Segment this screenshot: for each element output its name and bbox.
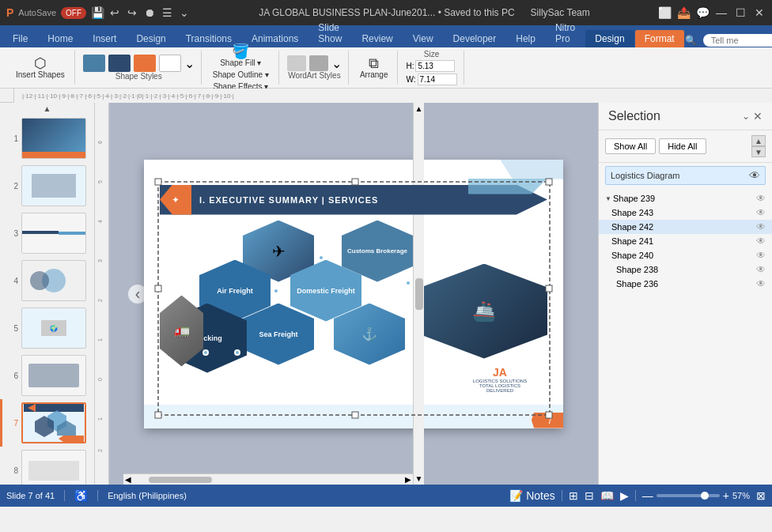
move-up-btn[interactable]: ▲ <box>751 135 766 146</box>
slide-thumb-1[interactable]: 1 <box>0 115 94 162</box>
normal-view-btn[interactable]: ⊞ <box>569 489 578 502</box>
panel-collapse-icon[interactable]: ⌄ <box>742 111 750 122</box>
autosave-toggle[interactable]: OFF <box>61 7 86 19</box>
tab-review[interactable]: Review <box>352 30 402 47</box>
list-item-shape239[interactable]: ▼ Shape 239 👁 <box>599 191 772 206</box>
move-down-btn[interactable]: ▼ <box>751 146 766 157</box>
insert-shapes-btn[interactable]: ⬡ Insert Shapes <box>13 55 68 81</box>
panel-close-btn[interactable]: ✕ <box>753 110 763 123</box>
tab-file[interactable]: File <box>3 30 37 47</box>
visibility-shape238[interactable]: 👁 <box>756 264 766 275</box>
visibility-shape239[interactable]: 👁 <box>756 193 766 204</box>
slide-thumb-2[interactable]: 2 <box>0 162 94 209</box>
fit-slide-btn[interactable]: ⊠ <box>756 489 766 502</box>
undo-icon[interactable]: ↩ <box>108 6 121 19</box>
menu-icon[interactable]: ☰ <box>161 6 173 19</box>
slideshow-btn[interactable]: ▶ <box>620 489 629 502</box>
eye-icon[interactable]: 👁 <box>749 169 760 182</box>
maximize-icon[interactable]: ☐ <box>734 6 747 19</box>
name-box-input[interactable] <box>611 171 749 180</box>
slide-thumb-4[interactable]: 4 <box>0 257 94 304</box>
save-icon[interactable]: 💾 <box>91 6 104 19</box>
tab-nitropro[interactable]: Nitro Pro <box>546 19 585 47</box>
tab-developer[interactable]: Developer <box>444 30 506 47</box>
zoom-in-btn[interactable]: + <box>723 489 729 502</box>
tab-slideshow[interactable]: Slide Show <box>308 19 351 47</box>
tab-help[interactable]: Help <box>506 30 545 47</box>
slide-img-5[interactable]: 🌍 <box>21 308 86 349</box>
shape-styles-expand-icon[interactable]: ⌄ <box>184 56 195 71</box>
scrollbar-v[interactable]: ▲ ▼ <box>413 103 424 485</box>
slide-img-3[interactable] <box>21 213 86 254</box>
slide-thumb-6[interactable]: 6 <box>0 352 94 399</box>
zoom-slider[interactable] <box>657 494 720 497</box>
tab-format[interactable]: Format <box>635 30 684 47</box>
slide-img-7[interactable] <box>21 402 86 443</box>
list-item-shape240[interactable]: Shape 240 👁 <box>599 248 772 262</box>
slide-img-2[interactable] <box>21 165 86 206</box>
zoom-out-btn[interactable]: — <box>642 489 653 502</box>
close-icon[interactable]: ✕ <box>753 6 766 19</box>
shape-fill-btn[interactable]: 🪣 Shape Fill ▾ <box>217 43 264 69</box>
scroll-up-btn[interactable]: ▲ <box>0 103 94 115</box>
height-input[interactable] <box>415 60 455 72</box>
share-icon[interactable]: 📤 <box>677 6 690 19</box>
accessibility-icon[interactable]: ♿ <box>74 489 88 502</box>
restore-icon[interactable]: ⬜ <box>658 6 671 19</box>
expand-icon[interactable]: ⌄ <box>178 6 191 19</box>
visibility-shape236[interactable]: 👁 <box>756 278 766 289</box>
scroll-h-right[interactable]: ▶ <box>403 474 413 485</box>
comment-icon[interactable]: 💬 <box>696 6 709 19</box>
panel-title: Selection <box>608 109 660 123</box>
slide-img-6[interactable] <box>21 355 86 396</box>
shape-style-2[interactable] <box>108 55 131 72</box>
slide-img-1[interactable] <box>21 118 86 159</box>
slide-thumb-3[interactable]: 3 <box>0 209 94 257</box>
scroll-v-up[interactable]: ▲ <box>414 103 425 115</box>
tab-view[interactable]: View <box>403 30 443 47</box>
slide-thumb-5[interactable]: 5 🌍 <box>0 304 94 352</box>
scroll-v-down[interactable]: ▼ <box>414 473 425 485</box>
slide-sorter-btn[interactable]: ⊟ <box>585 489 594 502</box>
slide-img-8[interactable] <box>21 450 86 485</box>
list-item-shape242[interactable]: Shape 242 👁 <box>599 220 772 234</box>
shape-outline-btn[interactable]: Shape Outline ▾ <box>210 69 272 81</box>
slide-thumb-8[interactable]: 8 <box>0 447 94 485</box>
tab-design[interactable]: Design <box>127 30 175 47</box>
visibility-shape240[interactable]: 👁 <box>756 250 766 261</box>
list-item-shape241[interactable]: Shape 241 👁 <box>599 234 772 248</box>
tab-design2[interactable]: Design <box>585 30 634 47</box>
reading-view-btn[interactable]: 📖 <box>600 489 614 502</box>
slide-thumb-7[interactable]: 7 <box>0 399 94 447</box>
list-item-shape236[interactable]: Shape 236 👁 <box>599 277 772 291</box>
tab-insert[interactable]: Insert <box>83 30 126 47</box>
show-all-button[interactable]: Show All <box>605 138 656 154</box>
notes-btn[interactable]: 📝 Notes <box>509 489 554 502</box>
wordart-expand-icon[interactable]: ⌄ <box>331 56 342 71</box>
search-input[interactable] <box>703 34 772 47</box>
shape-style-1[interactable] <box>83 55 105 72</box>
zoom-thumb[interactable] <box>701 492 709 500</box>
arrange-btn[interactable]: ⧉ Arrange <box>357 55 392 81</box>
slide-img-4[interactable] <box>21 260 86 301</box>
shape-style-3[interactable] <box>134 55 156 72</box>
record-icon[interactable]: ⏺ <box>143 6 156 19</box>
wordart-style-2[interactable] <box>309 55 328 71</box>
minimize-icon[interactable]: — <box>715 6 728 19</box>
slide-num-5: 5 <box>6 324 18 333</box>
hide-all-button[interactable]: Hide All <box>659 138 706 154</box>
scroll-thumb-v[interactable] <box>415 278 423 310</box>
scrollbar-h[interactable]: ◀ ▶ <box>123 474 413 485</box>
list-item-shape238[interactable]: Shape 238 👁 <box>599 262 772 277</box>
list-item-shape243[interactable]: Shape 243 👁 <box>599 206 772 220</box>
visibility-shape243[interactable]: 👁 <box>756 207 766 218</box>
visibility-shape241[interactable]: 👁 <box>756 236 766 247</box>
scroll-h-left[interactable]: ◀ <box>123 474 133 485</box>
shape-style-4[interactable] <box>159 55 181 72</box>
visibility-shape242[interactable]: 👁 <box>756 221 766 232</box>
redo-icon[interactable]: ↪ <box>126 6 138 19</box>
tab-home[interactable]: Home <box>38 30 82 47</box>
wordart-style-1[interactable] <box>287 55 306 71</box>
scroll-thumb-h[interactable] <box>149 477 212 483</box>
width-input[interactable] <box>418 74 457 85</box>
